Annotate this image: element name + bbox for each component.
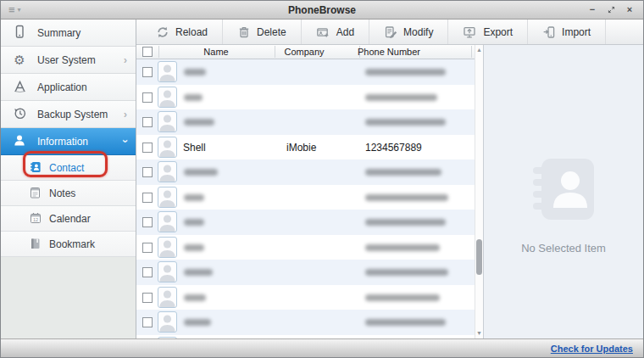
person-icon bbox=[12, 134, 27, 148]
row-checkbox[interactable] bbox=[142, 67, 153, 77]
detail-panel: No Selected Item bbox=[484, 45, 643, 338]
table-row[interactable] bbox=[136, 185, 475, 210]
redacted-name bbox=[184, 194, 204, 201]
no-selection-text: No Selected Item bbox=[521, 242, 606, 255]
minimize-button[interactable]: − bbox=[586, 4, 598, 16]
redacted-name bbox=[184, 319, 211, 326]
dropdown-arrow-icon: ▾ bbox=[18, 7, 21, 14]
table-row[interactable] bbox=[136, 335, 475, 339]
chevron-right-icon: › bbox=[124, 108, 127, 120]
sidebar-item-label: Backup System bbox=[37, 109, 114, 120]
sidebar-item-label: Information bbox=[37, 136, 114, 148]
column-header-name: Name bbox=[203, 47, 228, 57]
scrollbar-thumb[interactable] bbox=[476, 239, 482, 275]
import-icon bbox=[542, 25, 556, 39]
row-checkbox[interactable] bbox=[142, 143, 153, 153]
titlebar: ≡ ▾ PhoneBrowse − × bbox=[1, 1, 643, 20]
redacted-phone bbox=[365, 94, 437, 101]
redacted-phone bbox=[365, 169, 441, 176]
row-checkbox[interactable] bbox=[142, 293, 153, 303]
sidebar-item-application[interactable]: Application bbox=[1, 74, 136, 101]
toolbar-button-add[interactable]: Add bbox=[302, 20, 369, 44]
delete-icon bbox=[237, 25, 251, 39]
redacted-name bbox=[184, 69, 206, 76]
sidebar-subitem-contact[interactable]: Contact bbox=[1, 155, 136, 181]
redacted-name bbox=[184, 269, 213, 276]
table-body: ShelliMobie1234567889 bbox=[136, 59, 475, 338]
select-all-checkbox[interactable] bbox=[142, 47, 153, 57]
avatar bbox=[158, 111, 177, 132]
row-checkbox[interactable] bbox=[142, 92, 153, 103]
restore-button[interactable] bbox=[605, 4, 617, 16]
table-row[interactable] bbox=[136, 235, 475, 260]
notes-icon bbox=[30, 187, 42, 200]
table-row[interactable] bbox=[136, 59, 475, 85]
row-checkbox[interactable] bbox=[142, 317, 153, 327]
avatar bbox=[158, 337, 177, 339]
contact-company: iMobie bbox=[286, 142, 316, 154]
contact-name: Shell bbox=[183, 142, 206, 154]
row-checkbox[interactable] bbox=[142, 267, 153, 277]
contacts-table: NameCompanyPhone Number ShelliMobie12345… bbox=[136, 45, 484, 338]
table-row[interactable] bbox=[136, 109, 475, 135]
contact-phone: 1234567889 bbox=[365, 142, 422, 154]
sidebar-subitem-calendar[interactable]: 12Calendar bbox=[1, 206, 136, 232]
column-header-company: Company bbox=[284, 47, 324, 57]
add-icon bbox=[316, 25, 330, 39]
row-checkbox[interactable] bbox=[142, 167, 153, 177]
toolbar-button-label: Reload bbox=[175, 26, 208, 38]
sidebar-item-backup-system[interactable]: Backup System› bbox=[1, 101, 136, 128]
table-header: NameCompanyPhone Number bbox=[136, 45, 483, 59]
sidebar-item-summary[interactable]: Summary bbox=[1, 20, 136, 47]
table-row[interactable] bbox=[136, 260, 475, 285]
table-row[interactable] bbox=[136, 159, 475, 185]
toolbar-button-import[interactable]: Import bbox=[528, 20, 606, 44]
toolbar-button-export[interactable]: Export bbox=[448, 20, 528, 44]
row-checkbox[interactable] bbox=[142, 217, 153, 227]
avatar bbox=[158, 211, 177, 232]
column-divider bbox=[158, 46, 159, 58]
window-controls: − × bbox=[586, 4, 643, 16]
scroll-up-icon[interactable]: ▲ bbox=[475, 47, 483, 53]
row-checkbox[interactable] bbox=[142, 243, 153, 253]
sidebar-item-user-system[interactable]: ⚙User System› bbox=[1, 47, 136, 74]
sidebar-subitem-notes[interactable]: Notes bbox=[1, 181, 136, 206]
appstore-icon bbox=[12, 80, 27, 95]
redacted-phone bbox=[365, 119, 446, 126]
statusbar: Check for Updates bbox=[1, 338, 643, 357]
close-button[interactable]: × bbox=[624, 4, 636, 16]
table-row[interactable] bbox=[136, 310, 475, 335]
scroll-down-icon[interactable]: ▼ bbox=[475, 330, 483, 337]
redacted-phone bbox=[365, 244, 440, 251]
column-divider bbox=[275, 46, 275, 58]
row-checkbox[interactable] bbox=[142, 193, 153, 203]
vertical-scrollbar[interactable]: ▲ ▼ bbox=[475, 45, 483, 338]
table-row[interactable]: ShelliMobie1234567889 bbox=[136, 135, 475, 160]
sidebar-item-information[interactable]: Information› bbox=[1, 128, 136, 155]
content-area: ReloadDeleteAddModifyExportImport NameCo… bbox=[136, 20, 643, 338]
toolbar-button-label: Modify bbox=[403, 26, 433, 38]
gear-icon: ⚙ bbox=[12, 53, 27, 66]
redacted-name bbox=[184, 169, 218, 176]
table-row[interactable] bbox=[136, 85, 475, 110]
avatar bbox=[158, 187, 177, 208]
redacted-phone bbox=[365, 69, 446, 76]
reload-icon bbox=[156, 25, 169, 39]
sidebar-subitem-label: Bookmark bbox=[49, 238, 95, 250]
contact-book-icon bbox=[530, 155, 597, 227]
app-menu-button[interactable]: ≡ ▾ bbox=[8, 4, 21, 15]
toolbar-button-reload[interactable]: Reload bbox=[142, 20, 223, 44]
check-for-updates-link[interactable]: Check for Updates bbox=[551, 344, 633, 354]
avatar bbox=[158, 137, 177, 158]
sidebar-subitem-bookmark[interactable]: Bookmark bbox=[1, 232, 136, 257]
contacts-icon bbox=[30, 161, 42, 175]
toolbar-button-modify[interactable]: Modify bbox=[369, 20, 448, 44]
redacted-name bbox=[184, 219, 204, 226]
avatar bbox=[158, 61, 177, 82]
table-row[interactable] bbox=[136, 210, 475, 235]
toolbar-button-delete[interactable]: Delete bbox=[223, 20, 302, 44]
table-row[interactable] bbox=[136, 285, 475, 310]
avatar bbox=[158, 287, 177, 308]
avatar bbox=[158, 161, 177, 182]
row-checkbox[interactable] bbox=[142, 117, 153, 127]
